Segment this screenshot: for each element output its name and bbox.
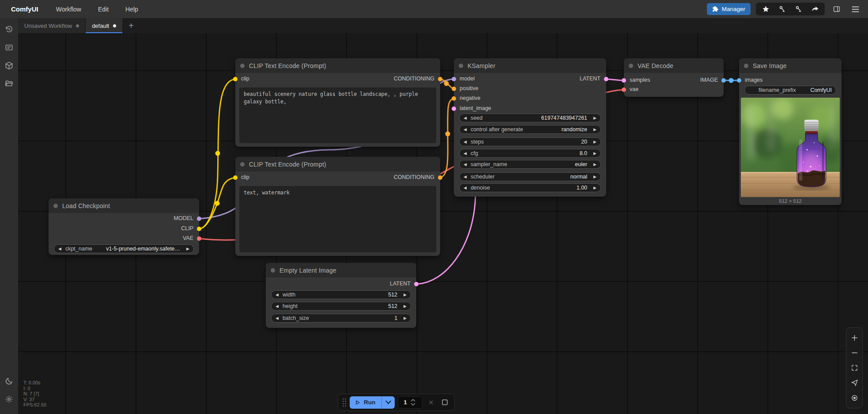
clear-queue-icon[interactable]: × [426, 398, 436, 407]
collapse-dot-icon[interactable] [459, 64, 463, 68]
node-header[interactable]: VAE Decode [624, 58, 724, 73]
widget-decrement-icon[interactable]: ◀ [464, 128, 467, 132]
widget-decrement-icon[interactable]: ◀ [275, 316, 279, 320]
theme-moon-icon[interactable] [2, 373, 17, 388]
widget-increment-icon[interactable]: ▶ [593, 175, 596, 179]
widget-cfg[interactable]: ◀cfg8.0▶ [459, 149, 601, 158]
node-graph-icon-2[interactable] [790, 3, 807, 15]
input-port-positive[interactable] [452, 87, 456, 91]
manager-button[interactable]: Manager [707, 3, 751, 15]
node-header[interactable]: Load Checkpoint [49, 198, 199, 213]
node-header[interactable]: KSampler [454, 58, 606, 73]
node-vae-decode[interactable]: VAE DecodesamplesvaeIMAGE [624, 58, 724, 97]
widget-increment-icon[interactable]: ▶ [404, 316, 407, 320]
widget-increment-icon[interactable]: ▶ [593, 163, 596, 167]
output-port-LATENT[interactable] [604, 77, 608, 81]
run-options-caret[interactable] [381, 396, 395, 409]
output-port-CONDITIONING[interactable] [438, 175, 442, 180]
widget-height[interactable]: ◀height512▶ [271, 302, 411, 311]
output-port-MODEL[interactable] [197, 216, 201, 221]
node-load-checkpoint[interactable]: Load CheckpointMODELCLIPVAE◀ckpt_namev1-… [49, 198, 199, 255]
node-graph-icon[interactable] [774, 3, 790, 15]
output-port-VAE[interactable] [197, 236, 201, 241]
collapse-dot-icon[interactable] [240, 64, 245, 68]
output-port-CLIP[interactable] [197, 227, 201, 231]
widget-increment-icon[interactable]: ▶ [404, 293, 407, 297]
input-port-clip[interactable] [233, 77, 238, 81]
hamburger-menu-icon[interactable] [849, 3, 862, 15]
input-port-samples[interactable] [622, 78, 626, 83]
app-logo[interactable]: ComfyUI [11, 5, 38, 13]
widget-decrement-icon[interactable]: ◀ [464, 140, 467, 144]
input-port-latent_image[interactable] [452, 106, 456, 111]
collapse-dot-icon[interactable] [240, 162, 245, 167]
widget-decrement-icon[interactable]: ◀ [464, 152, 467, 156]
collapse-dot-icon[interactable] [629, 64, 633, 68]
widget-batch_size[interactable]: ◀batch_size1▶ [271, 314, 411, 323]
widget-increment-icon[interactable]: ▶ [404, 304, 407, 308]
star-icon[interactable] [758, 3, 774, 15]
widget-denoise[interactable]: ◀denoise1.00▶ [459, 183, 601, 192]
output-port-LATENT[interactable] [414, 282, 419, 286]
fit-view-icon[interactable] [848, 361, 860, 374]
zoom-in-icon[interactable] [848, 332, 860, 344]
share-icon[interactable] [807, 3, 823, 15]
input-port-negative[interactable] [452, 96, 456, 101]
run-button[interactable]: Run [350, 396, 381, 409]
output-port-CONDITIONING[interactable] [438, 77, 442, 81]
node-header[interactable]: CLIP Text Encode (Prompt) [235, 58, 440, 73]
toggle-visibility-eye-icon[interactable] [848, 391, 860, 404]
widget-increment-icon[interactable]: ▶ [593, 140, 596, 144]
widget-decrement-icon[interactable]: ◀ [464, 163, 467, 167]
widget-sampler_name[interactable]: ◀sampler_nameeuler▶ [459, 160, 601, 169]
menu-help[interactable]: Help [125, 6, 138, 13]
model-library-icon[interactable] [2, 58, 17, 73]
tab-unsaved-workflow[interactable]: Unsaved Workflow [18, 18, 86, 33]
node-save-image[interactable]: Save Imageimagesfilename_prefixComfyUI [739, 58, 842, 205]
widget-width[interactable]: ◀width512▶ [271, 290, 411, 299]
widget-seed[interactable]: ◀seed619747483947261▶ [459, 114, 601, 122]
widget-decrement-icon[interactable]: ◀ [275, 304, 279, 308]
output-port-IMAGE[interactable] [721, 78, 726, 83]
collapse-dot-icon[interactable] [271, 268, 275, 273]
widget-decrement-icon[interactable]: ◀ [58, 247, 61, 251]
widget-ckpt_name[interactable]: ◀ckpt_namev1-5-pruned-emaonly.safete…▶ [54, 244, 194, 253]
node-empty-latent-image[interactable]: Empty Latent ImageLATENT◀width512▶◀heigh… [266, 263, 416, 328]
node-header[interactable]: CLIP Text Encode (Prompt) [235, 157, 440, 171]
widget-decrement-icon[interactable]: ◀ [464, 175, 467, 179]
widget-decrement-icon[interactable]: ◀ [464, 116, 467, 120]
batch-count-input[interactable]: 1 [398, 396, 423, 409]
stop-icon[interactable] [442, 399, 448, 405]
tab-default[interactable]: default [86, 18, 122, 33]
zoom-out-icon[interactable] [848, 347, 860, 359]
widget-control-after-generate[interactable]: ◀control after generaterandomize▶ [459, 125, 601, 134]
widget-increment-icon[interactable]: ▶ [593, 116, 596, 120]
navigate-cursor-icon[interactable] [848, 376, 860, 389]
node-header[interactable]: Save Image [739, 58, 842, 73]
collapse-dot-icon[interactable] [744, 64, 748, 68]
drag-handle[interactable] [342, 398, 347, 407]
settings-gear-icon[interactable] [2, 391, 17, 406]
widget-increment-icon[interactable]: ▶ [593, 128, 596, 132]
menu-edit[interactable]: Edit [98, 6, 109, 13]
folder-icon[interactable] [2, 76, 17, 91]
stepper-up-icon[interactable] [411, 399, 415, 402]
queue-icon[interactable] [2, 40, 17, 55]
input-port-model[interactable] [452, 77, 456, 81]
input-port-images[interactable] [737, 78, 741, 83]
widget-increment-icon[interactable]: ▶ [593, 186, 596, 190]
collapse-dot-icon[interactable] [53, 204, 58, 208]
prompt-textarea[interactable]: beautiful scenery nature glass bottle la… [239, 87, 436, 143]
widget-decrement-icon[interactable]: ◀ [275, 293, 279, 297]
widget-increment-icon[interactable]: ▶ [186, 247, 189, 251]
node-ksampler[interactable]: KSamplermodelpositivenegativelatent_imag… [454, 58, 606, 197]
node-clip-text-encode-negative[interactable]: CLIP Text Encode (Prompt)clipCONDITIONIN… [235, 157, 440, 256]
widget-scheduler[interactable]: ◀schedulernormal▶ [459, 172, 601, 181]
widget-increment-icon[interactable]: ▶ [593, 152, 596, 156]
workflows-history-icon[interactable] [2, 22, 17, 37]
menu-workflow[interactable]: Workflow [56, 6, 81, 13]
input-port-vae[interactable] [622, 87, 626, 92]
image-preview[interactable] [741, 98, 840, 197]
panel-toggle-icon[interactable] [830, 3, 843, 15]
node-clip-text-encode-positive[interactable]: CLIP Text Encode (Prompt)clipCONDITIONIN… [235, 58, 440, 147]
